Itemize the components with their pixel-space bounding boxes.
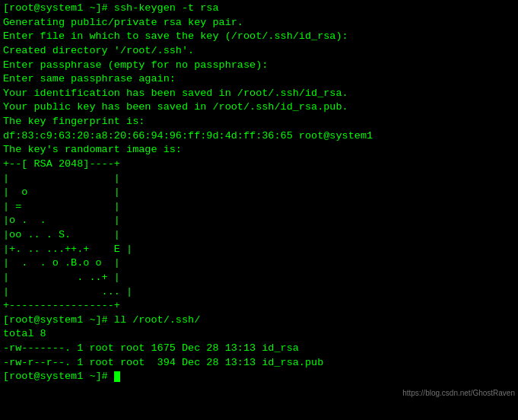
terminal-window[interactable]: [root@system1 ~]# ssh-keygen -t rsaGener… bbox=[0, 0, 518, 420]
terminal-line: Enter same passphrase again: bbox=[3, 72, 515, 87]
watermark: https://blog.csdn.net/GhostRaven bbox=[402, 388, 515, 399]
terminal-line: The key's randomart image is: bbox=[3, 143, 515, 158]
terminal-line: |oo .. . S. | bbox=[3, 228, 515, 243]
terminal-line: | | bbox=[3, 172, 515, 186]
terminal-line: | . . o .B.o o | bbox=[3, 256, 515, 271]
terminal-line: +-----------------+ bbox=[3, 299, 515, 313]
terminal-line: Created directory '/root/.ssh'. bbox=[3, 44, 515, 59]
terminal-line: [root@system1 ~]# ll /root/.ssh/ bbox=[3, 313, 515, 328]
terminal-line: Generating public/private rsa key pair. bbox=[3, 16, 515, 30]
terminal-line: | . ..+ | bbox=[3, 271, 515, 285]
terminal-line: |+. .. ...++.+ E | bbox=[3, 243, 515, 257]
terminal-line: -rw-------. 1 root root 1675 Dec 28 13:1… bbox=[3, 342, 515, 356]
terminal-line: df:83:c9:63:20:a8:20:66:94:96:ff:9d:4d:f… bbox=[3, 129, 515, 144]
terminal-line: [root@system1 ~]# ssh-keygen -t rsa bbox=[3, 2, 515, 16]
terminal-line: | ... | bbox=[3, 285, 515, 300]
terminal-line: The key fingerprint is: bbox=[3, 115, 515, 129]
terminal-cursor bbox=[114, 371, 120, 382]
terminal-line: Enter passphrase (empty for no passphras… bbox=[3, 59, 515, 73]
terminal-line: +--[ RSA 2048]----+ bbox=[3, 158, 515, 172]
terminal-line: Your public key has been saved in /root/… bbox=[3, 100, 515, 115]
terminal-line: -rw-r--r--. 1 root root 394 Dec 28 13:13… bbox=[3, 356, 515, 371]
terminal-line: | = | bbox=[3, 200, 515, 215]
terminal-line: Enter file in which to save the key (/ro… bbox=[3, 30, 515, 44]
terminal-line: total 8 bbox=[3, 327, 515, 342]
terminal-line: | o | bbox=[3, 186, 515, 200]
terminal-line: [root@system1 ~]# bbox=[3, 370, 515, 384]
terminal-line: |o . . | bbox=[3, 214, 515, 228]
terminal-line: Your identification has been saved in /r… bbox=[3, 87, 515, 101]
